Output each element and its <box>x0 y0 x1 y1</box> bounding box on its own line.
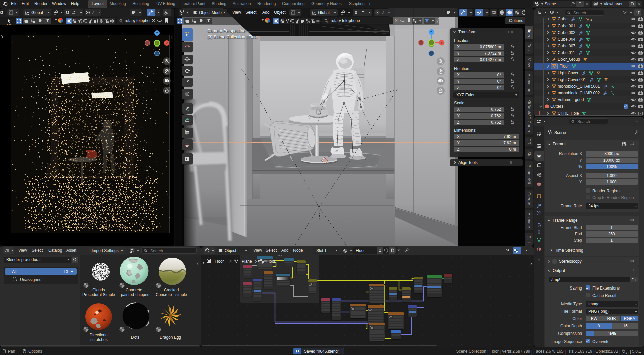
svg-text:X: X <box>441 41 443 45</box>
svg-text:X: X <box>166 42 168 45</box>
svg-text:Z: Z <box>156 32 158 35</box>
svg-text:Z: Z <box>430 30 432 34</box>
